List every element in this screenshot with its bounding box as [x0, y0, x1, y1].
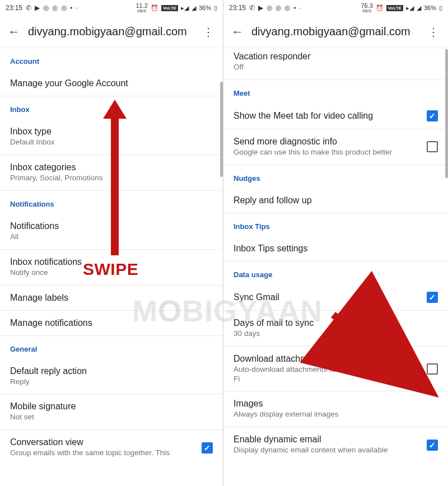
wifi-icon: ▸◢: [406, 4, 414, 12]
instagram-icon: ◎: [276, 4, 281, 12]
checkbox-dynamic-email[interactable]: ✓: [427, 440, 438, 451]
network-speed: 76.3KB/S: [361, 3, 372, 13]
checkbox-download-attachments[interactable]: [427, 363, 438, 375]
dot-icon: ⦁: [70, 4, 72, 12]
section-inbox-tips: Inbox Tips: [223, 213, 448, 236]
network-speed: 11.2KB/S: [136, 3, 147, 13]
alarm-icon: ⏰: [376, 4, 384, 12]
instagram-icon: ◎: [52, 4, 58, 12]
overflow-menu-button[interactable]: ⋮: [424, 23, 442, 41]
section-meet: Meet: [223, 80, 448, 103]
page-title: divyang.mobigyaan@gmail.com: [25, 25, 199, 38]
row-download-attachments[interactable]: Download attachments Auto-download attac…: [223, 347, 448, 392]
scrollbar[interactable]: [220, 82, 223, 177]
youtube-icon: ▶: [35, 4, 40, 12]
instagram-icon: ◎: [267, 4, 272, 12]
section-data-usage: Data usage: [223, 261, 448, 284]
row-inbox-tips[interactable]: Inbox Tips settings: [223, 236, 448, 261]
status-time: 23:15: [229, 4, 246, 12]
back-button[interactable]: ←: [230, 22, 248, 41]
row-show-meet-tab[interactable]: Show the Meet tab for video calling ✓: [223, 103, 448, 129]
youtube-icon: ▶: [258, 4, 263, 12]
page-title: divyang.mobigyaan@gmail.com: [248, 25, 424, 38]
volte-icon: VoLTE: [386, 5, 403, 11]
more-icon: ·: [299, 4, 301, 12]
instagram-icon: ◎: [61, 4, 67, 12]
checkbox-show-meet[interactable]: ✓: [427, 110, 438, 121]
watermark-logo: MOBIGYAAN: [132, 293, 323, 328]
whatsapp-icon: ✆: [249, 4, 255, 12]
row-images[interactable]: Images Always display external images: [223, 391, 448, 427]
row-default-reply[interactable]: Default reply action Reply: [0, 359, 223, 395]
app-bar: ← divyang.mobigyaan@gmail.com ⋮: [223, 16, 448, 48]
status-bar: 23:15 ✆ ▶ ◎ ◎ ◎ ⦁ · 11.2KB/S ⏰ VoLTE ▸◢ …: [0, 0, 223, 16]
status-bar: 23:15 ✆ ▶ ◎ ◎ ◎ ⦁ · 76.3KB/S ⏰ VoLTE ▸◢ …: [223, 0, 448, 16]
checkbox-diagnostic[interactable]: [427, 141, 438, 152]
battery-icon: ▯: [214, 4, 217, 12]
battery-icon: ▯: [439, 4, 442, 12]
app-bar: ← divyang.mobigyaan@gmail.com ⋮: [0, 16, 223, 48]
section-general: General: [0, 336, 223, 359]
whatsapp-icon: ✆: [26, 4, 31, 12]
back-button[interactable]: ←: [7, 22, 25, 41]
row-vacation-responder[interactable]: Vacation responder Off: [223, 48, 448, 80]
wifi-icon: ▸◢: [181, 4, 189, 12]
settings-list[interactable]: Vacation responder Off Meet Show the Mee…: [223, 48, 448, 486]
battery-text: 36%: [424, 4, 436, 11]
signal-icon: ◢: [192, 4, 196, 12]
checkbox-conversation-view[interactable]: ✓: [202, 442, 213, 454]
right-screenshot: 23:15 ✆ ▶ ◎ ◎ ◎ ⦁ · 76.3KB/S ⏰ VoLTE ▸◢ …: [223, 0, 448, 486]
row-diagnostic-info[interactable]: Send more diagnostic info Google can use…: [223, 129, 448, 165]
overflow-menu-button[interactable]: ⋮: [199, 23, 217, 41]
annotation-arrow-up-icon: [111, 115, 119, 255]
row-reply-followup[interactable]: Reply and follow up: [223, 188, 448, 213]
annotation-swipe-label: SWIPE: [83, 260, 138, 279]
alarm-icon: ⏰: [151, 4, 158, 12]
row-manage-account[interactable]: Manage your Google Account: [0, 71, 223, 96]
more-icon: ·: [76, 4, 77, 12]
section-account: Account: [0, 48, 223, 71]
checkbox-sync-gmail[interactable]: ✓: [427, 292, 438, 303]
scrollbar[interactable]: [445, 49, 448, 178]
row-mobile-signature[interactable]: Mobile signature Not set: [0, 394, 223, 430]
instagram-icon: ◎: [284, 4, 290, 12]
status-time: 23:15: [6, 4, 22, 12]
row-dynamic-email[interactable]: Enable dynamic email Display dynamic ema…: [223, 427, 448, 457]
dot-icon: ⦁: [293, 4, 296, 12]
signal-icon: ◢: [417, 4, 421, 12]
row-conversation-view[interactable]: Conversation view Group emails with the …: [0, 430, 223, 460]
volte-icon: VoLTE: [161, 5, 178, 11]
battery-text: 36%: [199, 4, 211, 11]
section-nudges: Nudges: [223, 165, 448, 188]
instagram-icon: ◎: [43, 4, 49, 12]
